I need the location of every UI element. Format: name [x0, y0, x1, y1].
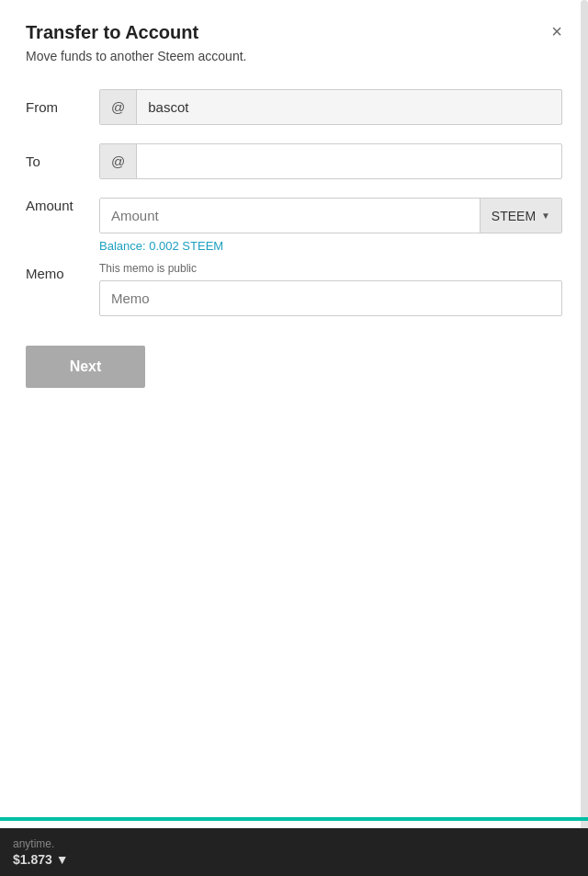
modal-title: Transfer to Account	[26, 22, 198, 43]
memo-public-note: This memo is public	[99, 262, 562, 275]
amount-row: Amount STEEM ▼ Balance: 0.002 STEEM	[26, 198, 562, 253]
from-input	[137, 90, 561, 124]
currency-dropdown[interactable]: STEEM ▼	[480, 199, 561, 233]
to-input-wrapper: @	[99, 143, 562, 179]
next-button[interactable]: Next	[26, 346, 145, 388]
amount-input-container: STEEM ▼ Balance: 0.002 STEEM	[99, 198, 562, 253]
from-label: From	[26, 99, 99, 115]
balance-link[interactable]: Balance: 0.002 STEEM	[99, 239, 562, 253]
memo-label: Memo	[26, 262, 99, 281]
to-at-symbol: @	[100, 144, 137, 178]
to-input[interactable]	[137, 144, 561, 178]
to-label: To	[26, 154, 99, 169]
from-at-symbol: @	[100, 90, 137, 124]
memo-section: Memo This memo is public	[26, 262, 562, 316]
bottom-bar-line2: $1.873 ▼	[13, 852, 575, 867]
scrollbar	[581, 0, 588, 876]
bottom-bar-line1: anytime.	[13, 837, 575, 850]
modal-subtitle: Move funds to another Steem account.	[26, 49, 562, 63]
memo-right: This memo is public	[99, 262, 562, 316]
bottom-bar: anytime. $1.873 ▼	[0, 828, 588, 876]
dropdown-arrow-icon: ▼	[541, 210, 550, 221]
amount-label: Amount	[26, 198, 99, 213]
amount-field-wrapper: STEEM ▼	[99, 198, 562, 233]
to-row: To @	[26, 143, 562, 179]
currency-label: STEEM	[492, 209, 536, 223]
from-row: From @	[26, 89, 562, 125]
amount-input[interactable]	[100, 199, 480, 233]
teal-accent-bar	[0, 817, 588, 821]
from-input-wrapper: @	[99, 89, 562, 125]
close-button[interactable]: ×	[551, 22, 562, 40]
memo-input[interactable]	[99, 280, 562, 316]
